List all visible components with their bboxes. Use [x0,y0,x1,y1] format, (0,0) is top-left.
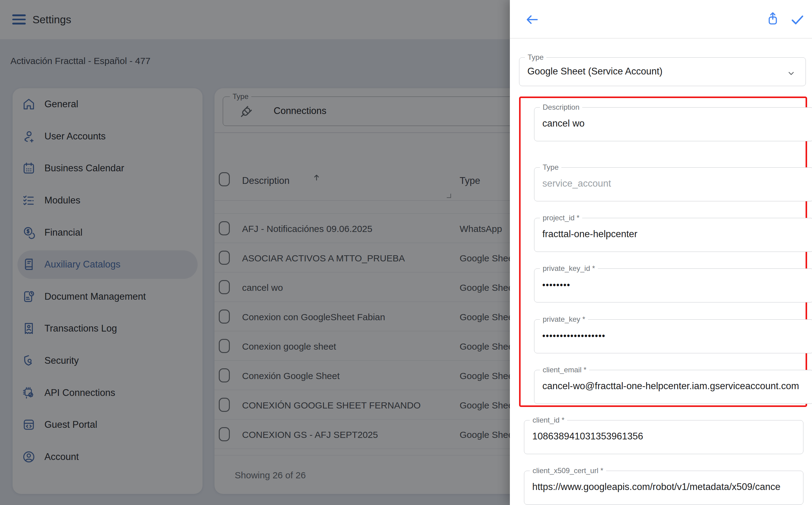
share-icon[interactable] [766,11,780,26]
private-key-id-field[interactable]: private_key_id * •••••••• [534,269,812,303]
field-value: cancel wo [542,118,806,129]
description-field[interactable]: Description cancel wo [534,107,812,141]
project-id-field[interactable]: project_id * fracttal-one-helpcenter [534,218,812,252]
connection-type-value: Google Sheet (Service Account) [527,66,798,77]
private-key-field[interactable]: private_key * •••••••••••••••••• [534,319,812,353]
field-value: 108638941031353961356 [532,431,796,442]
field-label: project_id * [540,213,582,222]
field-label: client_id * [530,416,567,425]
field-value: fracttal-one-helpcenter [542,228,806,239]
type-field[interactable]: Type service_account [534,167,812,201]
field-value: •••••••• [542,280,806,290]
field-label: Type [540,163,561,172]
connection-detail-drawer: Type Google Sheet (Service Account) Desc… [510,0,812,505]
field-label: private_key_id * [540,264,598,273]
field-label: client_x509_cert_url * [530,466,606,475]
field-label: client_email * [540,366,589,374]
field-value: cancel-wo@fracttal-one-helpcenter.iam.gs… [542,381,806,392]
client-x509-cert-url-field[interactable]: client_x509_cert_url * https://www.googl… [524,471,803,505]
client-email-field[interactable]: client_email * cancel-wo@fracttal-one-he… [534,370,812,404]
field-value: https://www.googleapis.com/robot/v1/meta… [532,481,796,492]
modal-scrim[interactable] [0,0,510,505]
field-value: •••••••••••••••••• [542,331,806,341]
field-label: Description [540,103,582,112]
client-id-field[interactable]: client_id * 108638941031353961356 [524,420,803,454]
back-icon[interactable] [525,12,539,27]
connection-type-select[interactable]: Type Google Sheet (Service Account) [519,57,806,86]
field-label: private_key * [540,315,588,324]
drawer-toolbar [510,0,812,39]
highlight-rectangle: Description cancel wo Type service_accou… [519,97,807,407]
field-value: service_account [542,178,806,189]
chevron-down-icon [786,68,796,78]
save-check-icon[interactable] [790,12,805,27]
field-label: Type [525,53,546,61]
